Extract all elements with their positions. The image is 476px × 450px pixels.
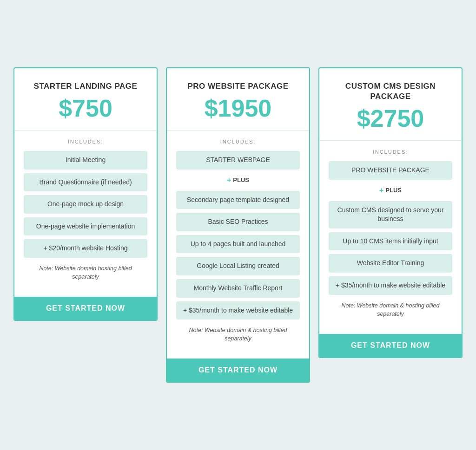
includes-label-custom: INCLUDES: — [329, 149, 452, 155]
plus-text-pro-1: PLUS — [233, 176, 249, 183]
includes-label-pro: INCLUDES: — [176, 139, 300, 144]
card-header-pro: PRO WEBSITE PACKAGE$1950 — [167, 68, 309, 130]
feature-item-starter-0: Initial Meeting — [24, 151, 147, 170]
card-footer-custom: GET STARTED NOW — [319, 334, 462, 357]
feature-item-starter-2: One-page mock up design — [24, 195, 147, 214]
note-text-starter: Note: Website domain hosting billed sepa… — [24, 264, 147, 281]
plus-text-custom-1: PLUS — [385, 187, 402, 194]
feature-item-pro-4: Up to 4 pages built and launched — [176, 235, 300, 254]
cta-button-starter[interactable]: GET STARTED NOW — [22, 304, 149, 313]
plus-divider-custom-1: + PLUS — [329, 186, 452, 195]
pricing-card-starter: STARTER LANDING PAGE$750INCLUDES:Initial… — [13, 67, 158, 321]
plus-divider-pro-1: + PLUS — [176, 176, 300, 184]
note-text-custom: Note: Website domain & hosting billed se… — [329, 301, 452, 318]
card-footer-pro: GET STARTED NOW — [167, 359, 309, 382]
card-footer-starter: GET STARTED NOW — [14, 297, 157, 320]
card-body-custom: INCLUDES:PRO WEBSITE PACKAGE+ PLUSCustom… — [319, 141, 462, 326]
card-price-custom: $2750 — [329, 105, 452, 132]
feature-item-custom-3: Up to 10 CMS items initially input — [329, 232, 452, 251]
feature-item-pro-2: Secondary page template designed — [176, 191, 300, 209]
feature-item-pro-6: Monthly Website Traffic Report — [176, 279, 300, 298]
note-text-pro: Note: Website domain & hosting billed se… — [176, 326, 300, 343]
feature-item-pro-5: Google Local Listing created — [176, 257, 300, 275]
feature-item-starter-3: One-page website implementation — [24, 217, 147, 236]
feature-list-starter: Initial MeetingBrand Questionnaire (if n… — [24, 151, 147, 258]
card-price-pro: $1950 — [176, 95, 300, 122]
card-body-starter: INCLUDES:Initial MeetingBrand Questionna… — [14, 130, 157, 289]
includes-label-starter: INCLUDES: — [24, 139, 147, 144]
feature-item-custom-2: Custom CMS designed to serve your busine… — [329, 201, 452, 228]
card-title-starter: STARTER LANDING PAGE — [24, 81, 147, 91]
card-header-starter: STARTER LANDING PAGE$750 — [14, 68, 157, 130]
feature-item-custom-4: Website Editor Training — [329, 254, 452, 273]
feature-list-custom: PRO WEBSITE PACKAGE+ PLUSCustom CMS desi… — [329, 161, 452, 295]
feature-item-pro-7: + $35/month to make website editable — [176, 301, 300, 320]
plus-icon: + — [227, 176, 231, 184]
cta-button-custom[interactable]: GET STARTED NOW — [327, 341, 454, 350]
plus-icon: + — [379, 186, 383, 195]
feature-item-pro-3: Basic SEO Practices — [176, 213, 300, 231]
pricing-card-pro: PRO WEBSITE PACKAGE$1950INCLUDES:STARTER… — [166, 67, 310, 383]
feature-list-pro: STARTER WEBPAGE+ PLUSSecondary page temp… — [176, 151, 300, 320]
pricing-card-custom: CUSTOM CMS DESIGN PACKAGE$2750INCLUDES:P… — [318, 67, 463, 358]
feature-item-starter-4: + $20/month website Hosting — [24, 239, 147, 258]
cta-button-pro[interactable]: GET STARTED NOW — [174, 366, 302, 374]
card-header-custom: CUSTOM CMS DESIGN PACKAGE$2750 — [319, 68, 462, 141]
feature-item-custom-0: PRO WEBSITE PACKAGE — [329, 161, 452, 180]
card-title-pro: PRO WEBSITE PACKAGE — [176, 81, 300, 91]
card-body-pro: INCLUDES:STARTER WEBPAGE+ PLUSSecondary … — [167, 130, 309, 351]
feature-item-starter-1: Brand Questionnaire (if needed) — [24, 173, 147, 192]
pricing-container: STARTER LANDING PAGE$750INCLUDES:Initial… — [10, 67, 466, 383]
card-title-custom: CUSTOM CMS DESIGN PACKAGE — [329, 81, 452, 102]
feature-item-pro-0: STARTER WEBPAGE — [176, 151, 300, 170]
feature-item-custom-5: + $35/month to make website editable — [329, 276, 452, 295]
card-price-starter: $750 — [24, 95, 147, 122]
